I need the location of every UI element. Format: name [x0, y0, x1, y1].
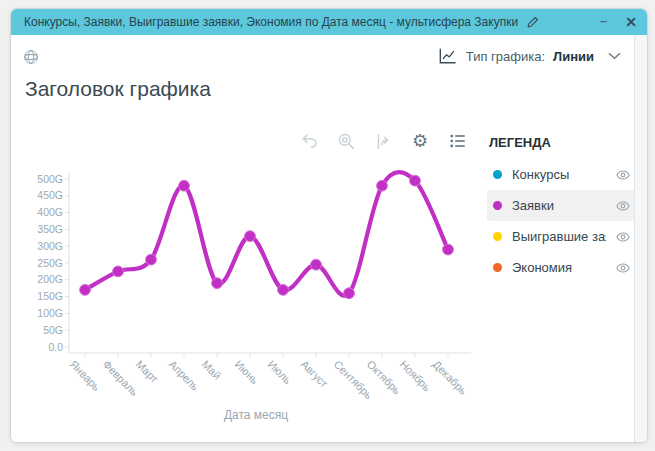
- visibility-eye-icon[interactable]: [616, 169, 630, 181]
- dialog-window: Конкурсы, Заявки, Выигравшие заявки, Эко…: [10, 8, 648, 443]
- undo-icon[interactable]: [299, 131, 319, 151]
- y-tick-label: 400G: [37, 206, 63, 218]
- data-point[interactable]: [377, 180, 388, 191]
- y-tick-label: 150G: [37, 290, 63, 302]
- data-point[interactable]: [278, 284, 289, 295]
- y-tick-label: 300G: [37, 240, 63, 252]
- legend-item-label: Заявки: [512, 198, 554, 213]
- chart-type-label: Тип графика:: [466, 49, 545, 64]
- close-button[interactable]: ✕: [625, 15, 637, 29]
- legend-item-label: Конкурсы: [512, 167, 569, 182]
- zoom-icon[interactable]: [336, 131, 356, 151]
- minimize-button[interactable]: –: [600, 14, 607, 27]
- legend-item-label: Экономия: [512, 260, 572, 275]
- legend-items: КонкурсыЗаявкиВыигравшие зая...Экономия: [487, 159, 635, 283]
- data-point[interactable]: [179, 180, 190, 191]
- x-tick-label: Август: [299, 358, 331, 390]
- x-tick-label: Июль: [266, 358, 295, 387]
- x-tick-label: Декабрь: [431, 358, 470, 397]
- legend-color-dot: [493, 232, 502, 241]
- line-series: [85, 172, 448, 296]
- chart-type-value: Линии: [553, 49, 594, 64]
- x-tick-label: Май: [200, 358, 224, 382]
- chart-type-selector[interactable]: Тип графика: Линии: [437, 47, 621, 65]
- data-point[interactable]: [311, 259, 322, 270]
- data-point[interactable]: [245, 231, 256, 242]
- visibility-eye-icon[interactable]: [616, 200, 630, 212]
- y-tick-label: 0.0: [48, 341, 63, 353]
- y-tick-label: 450G: [37, 189, 63, 201]
- chart-type-icon: [437, 47, 458, 65]
- y-tick-label: 500G: [37, 173, 63, 185]
- legend-header: ЛЕГЕНДА: [487, 135, 635, 150]
- window-controls: – ✕: [600, 15, 637, 29]
- legend-item[interactable]: Выигравшие зая...: [487, 221, 635, 252]
- legend-color-dot: [493, 170, 502, 179]
- legend-color-dot: [493, 263, 502, 272]
- legend-item-label: Выигравшие зая...: [512, 229, 606, 244]
- legend-color-dot: [493, 201, 502, 210]
- chevron-down-icon: [608, 52, 621, 60]
- data-point[interactable]: [410, 175, 421, 186]
- y-tick-label: 200G: [37, 273, 63, 285]
- x-tick-label: Июнь: [233, 358, 261, 386]
- y-tick-label: 250G: [37, 257, 63, 269]
- visibility-eye-icon[interactable]: [616, 231, 630, 243]
- edit-title-icon[interactable]: [526, 15, 540, 29]
- legend-item[interactable]: Заявки: [487, 190, 635, 221]
- data-point[interactable]: [344, 288, 355, 299]
- data-point[interactable]: [212, 278, 223, 289]
- legend-item[interactable]: Конкурсы: [487, 159, 635, 190]
- dialog-content: Тип графика: Линии Заголовок графика: [11, 35, 647, 442]
- x-tick-label: Январь: [68, 358, 103, 393]
- chart-toolbar: ⚙: [299, 131, 467, 151]
- window-title: Конкурсы, Заявки, Выигравшие заявки, Эко…: [24, 15, 518, 29]
- visibility-eye-icon[interactable]: [616, 262, 630, 274]
- x-tick-label: Март: [134, 358, 161, 385]
- y-tick-label: 350G: [37, 223, 63, 235]
- titlebar[interactable]: Конкурсы, Заявки, Выигравшие заявки, Эко…: [11, 9, 647, 35]
- chart-title: Заголовок графика: [25, 77, 211, 101]
- multisphere-globe-icon[interactable]: [23, 49, 39, 69]
- data-point[interactable]: [113, 266, 124, 277]
- settings-gear-icon[interactable]: ⚙: [410, 131, 430, 151]
- x-tick-label: Апрель: [167, 358, 202, 393]
- data-point[interactable]: [443, 244, 454, 255]
- legend-panel: ЛЕГЕНДА КонкурсыЗаявкиВыигравшие зая...Э…: [487, 135, 635, 283]
- x-axis-title: Дата месяц: [31, 408, 481, 422]
- legend-item[interactable]: Экономия: [487, 252, 635, 283]
- y-tick-label: 50G: [43, 324, 63, 336]
- chart-canvas[interactable]: 0.050G100G150G200G250G300G350G400G450G50…: [31, 169, 481, 408]
- data-point[interactable]: [80, 284, 91, 295]
- drill-export-icon[interactable]: [373, 131, 393, 151]
- y-tick-label: 100G: [37, 307, 63, 319]
- data-point[interactable]: [146, 254, 157, 265]
- scrollbar-track[interactable]: [634, 35, 647, 442]
- list-icon[interactable]: [447, 131, 467, 151]
